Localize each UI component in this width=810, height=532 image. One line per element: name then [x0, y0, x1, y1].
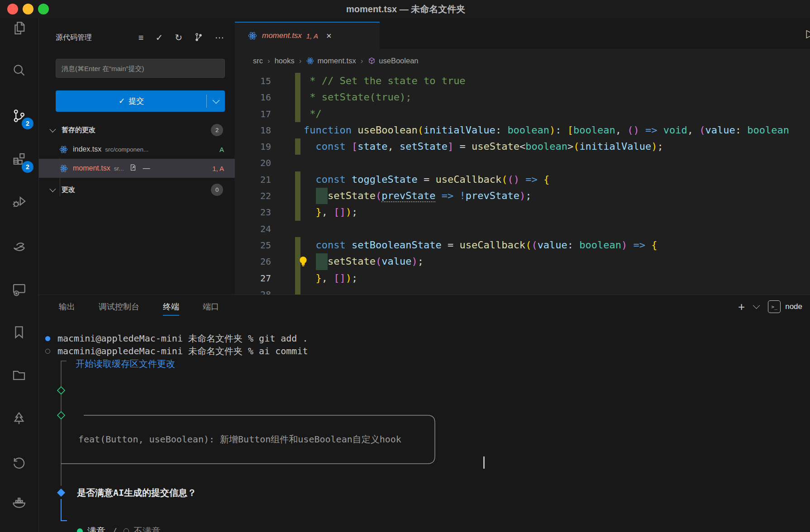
scm-file-index.tsx[interactable]: index.tsxsrc/componen...A — [39, 140, 235, 159]
diff-added-gutter — [295, 73, 300, 89]
code-line-19: 19 const [state, setState] = useState<bo… — [235, 138, 810, 155]
diff-added-gutter — [295, 106, 300, 122]
diff-added-gutter — [295, 270, 300, 286]
activity-item-search[interactable] — [0, 56, 38, 85]
scm-toolbar: ≡ ✓ ↻ ⋯ — [138, 33, 224, 43]
activity-item-extensions[interactable]: 2 — [0, 145, 38, 174]
code-line-17: 17 */ — [235, 106, 810, 122]
open-file-icon[interactable] — [129, 163, 137, 173]
code-line-16: 16 * setState(true); — [235, 89, 810, 105]
code-line-26: 26 setState(value); — [235, 253, 810, 270]
scm-section-staged[interactable]: 暂存的更改2 — [39, 122, 235, 138]
file-name: index.tsx — [73, 145, 101, 153]
code-line-18: 18function useBoolean(initialValue: bool… — [235, 122, 810, 138]
ai-step-text: 开始读取缓存区文件更改 — [76, 357, 175, 370]
minimize-traffic-light[interactable] — [23, 4, 33, 14]
run-debug-icon — [11, 193, 27, 209]
line-number: 17 — [235, 106, 271, 122]
activity-item-source-control[interactable]: 2 — [0, 101, 38, 130]
search-icon — [11, 62, 27, 78]
diff-added-gutter — [295, 171, 300, 188]
line-number: 24 — [235, 221, 271, 237]
commit-button[interactable]: ✓ 提交 — [56, 90, 225, 112]
code-line-23: 23 }, []); — [235, 204, 810, 220]
check-icon: ✓ — [119, 96, 125, 106]
diff-added-gutter — [295, 237, 300, 253]
file-path: src/componen... — [105, 146, 148, 153]
panel-tab-终端[interactable]: 终端 — [163, 295, 179, 318]
activity-item-explorer[interactable] — [0, 14, 38, 43]
chevron-down-icon — [49, 186, 56, 192]
ai-options-row: 满意 / 不满意 — [77, 525, 161, 532]
terminal-viewport[interactable]: macmini@appledeMac-mini 未命名文件夹 % git add… — [39, 318, 810, 532]
view-as-list-icon[interactable]: ≡ — [138, 33, 144, 42]
refresh-icon[interactable]: ↻ — [175, 33, 182, 42]
react-file-icon — [59, 164, 68, 173]
run-file-icon[interactable]: ▷ — [806, 27, 810, 40]
activity-item-live-preview[interactable] — [0, 275, 38, 304]
activity-item-flame-extension[interactable] — [0, 231, 38, 260]
tab-label: moment.tsx — [262, 31, 302, 40]
unstage-icon[interactable]: — — [143, 164, 150, 172]
code-line-24: 24 — [235, 221, 810, 237]
activity-badge: 2 — [22, 161, 33, 173]
activity-item-run-debug[interactable] — [0, 187, 38, 216]
breadcrumb-src[interactable]: src — [253, 57, 263, 65]
tree-extension-icon — [11, 410, 27, 427]
panel-tab-输出[interactable]: 输出 — [59, 295, 75, 318]
code-line-28: 28 — [235, 286, 810, 294]
more-actions-icon[interactable]: ⋯ — [215, 33, 224, 42]
terminal-dropdown-icon[interactable] — [753, 302, 760, 309]
close-traffic-light[interactable] — [7, 4, 18, 14]
react-file-icon — [306, 57, 314, 65]
breadcrumb-hooks[interactable]: hooks — [275, 57, 295, 65]
commit-message-input[interactable] — [56, 59, 225, 78]
symbol-function-icon — [367, 57, 376, 65]
activity-bar: 22 — [0, 18, 39, 532]
panel-actions: + >_ node — [738, 295, 802, 318]
tab-moment-tsx[interactable]: moment.tsx 1, A × — [235, 22, 380, 49]
row-actions: — — [129, 163, 150, 173]
terminal-profile-label: node — [785, 302, 802, 311]
line-number: 19 — [235, 138, 271, 155]
commit-check-icon[interactable]: ✓ — [155, 33, 163, 42]
activity-item-project-folder[interactable] — [0, 361, 38, 390]
panel-tab-调试控制台[interactable]: 调试控制台 — [99, 295, 139, 318]
commit-dropdown-button[interactable] — [207, 90, 225, 112]
file-name: moment.tsx — [73, 164, 110, 172]
activity-item-docker[interactable] — [0, 488, 38, 517]
code-text: function useBoolean(initialValue: boolea… — [304, 122, 789, 138]
breadcrumb-symbol[interactable]: useBoolean — [379, 57, 418, 65]
tab-close-icon[interactable]: × — [326, 31, 332, 41]
activity-item-tree-extension[interactable] — [0, 404, 38, 433]
terminal-profile[interactable]: >_ node — [768, 300, 802, 313]
diff-added-gutter — [295, 138, 300, 155]
commit-button-main[interactable]: ✓ 提交 — [56, 90, 207, 112]
editor-tab-bar: moment.tsx 1, A × ▷ — [235, 18, 810, 49]
diff-added-gutter — [295, 204, 300, 220]
panel-tab-端口[interactable]: 端口 — [203, 295, 219, 318]
git-status: 1, A — [212, 165, 224, 172]
code-text: */ — [304, 106, 322, 122]
line-number: 27 — [235, 270, 271, 286]
code-text: }, []); — [304, 270, 357, 286]
scm-header: 源代码管理 ≡ ✓ ↻ ⋯ — [56, 31, 224, 44]
code-editor[interactable]: 15 * // Set the state to true16 * setSta… — [235, 73, 810, 294]
breadcrumb-file[interactable]: moment.tsx — [317, 57, 356, 65]
bottom-panel: 输出调试控制台终端端口 + >_ node macmini@appledeMac… — [39, 294, 810, 532]
activity-item-bookmarks[interactable] — [0, 318, 38, 347]
new-terminal-icon[interactable]: + — [738, 301, 745, 313]
option-satisfied[interactable]: 满意 — [87, 525, 105, 532]
line-number: 25 — [235, 237, 271, 253]
docker-icon — [11, 494, 27, 510]
code-line-15: 15 * // Set the state to true — [235, 73, 810, 89]
option-unsatisfied[interactable]: 不满意 — [133, 525, 161, 532]
scm-file-moment.tsx[interactable]: moment.tsxsr...—1, A — [39, 159, 235, 178]
line-number: 26 — [235, 253, 271, 270]
command-running-dot-icon — [45, 349, 50, 354]
scm-section-changes[interactable]: 更改0 — [39, 181, 235, 198]
maximize-traffic-light[interactable] — [38, 4, 49, 14]
activity-item-history[interactable] — [0, 448, 38, 477]
breadcrumb-separator-icon: › — [361, 57, 363, 66]
graph-icon[interactable] — [194, 33, 203, 43]
